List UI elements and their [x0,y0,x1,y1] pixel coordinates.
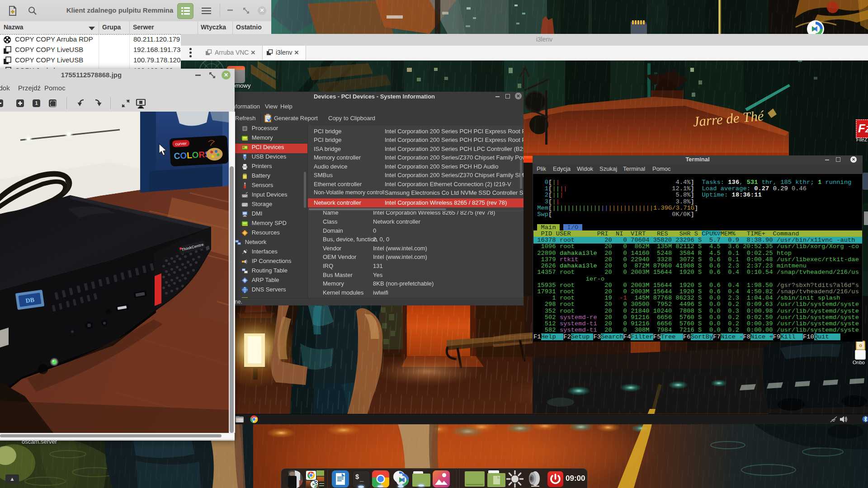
svg-text:curver: curver [175,141,187,146]
svg-text:DB: DB [25,296,35,305]
svg-text:COLORS: COLORS [174,150,211,161]
